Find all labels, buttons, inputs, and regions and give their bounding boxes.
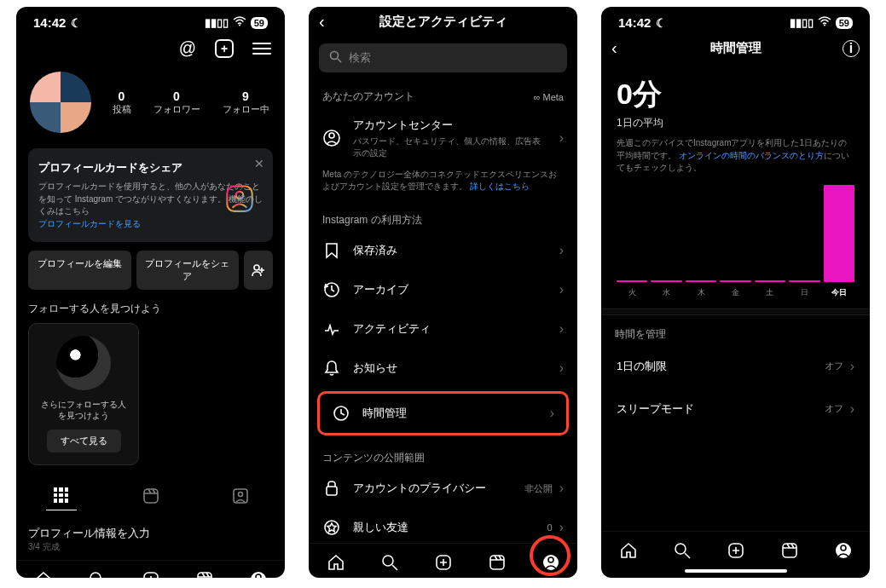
status-bar: 14:42 ▮▮▯▯ 59 (16, 7, 285, 33)
item-archive[interactable]: アーカイブ › (309, 270, 577, 309)
stat-followers[interactable]: 0 フォロワー (153, 89, 200, 116)
usage-chart (601, 185, 870, 287)
search-input[interactable]: 検索 (319, 43, 567, 72)
title-bar: ‹ 時間管理 i (601, 33, 870, 63)
item-privacy[interactable]: アカウントのプライバシー 非公開› (309, 469, 577, 508)
lock-icon (322, 479, 341, 498)
chart-labels: 火水木金土日今日 (601, 287, 870, 308)
edit-profile-button[interactable]: プロフィールを編集 (28, 251, 131, 290)
nav-profile[interactable] (541, 552, 561, 573)
stat-posts[interactable]: 0 投稿 (113, 89, 131, 116)
profile-top-icons: @ + (16, 33, 285, 65)
nav-home[interactable] (618, 540, 639, 561)
card-title: プロフィールカードをシェア (38, 160, 263, 176)
create-icon[interactable]: + (215, 39, 234, 58)
home-indicator (685, 569, 787, 573)
item-account-center[interactable]: アカウントセンター パスワード、セキュリティ、個人の情報、広告表示の設定 › (309, 107, 577, 169)
svg-rect-17 (327, 487, 337, 495)
discover-title: フォローする人を見つけよう (16, 290, 285, 323)
meta-logo: ∞ Meta (534, 92, 564, 102)
learn-more-link[interactable]: 詳しくはこちら (470, 182, 530, 191)
nav-home[interactable] (33, 569, 54, 578)
tab-reels[interactable] (136, 487, 166, 510)
page-title: 設定とアクティビティ (379, 14, 507, 30)
phone-time: 14:42 ▮▮▯▯ 59 ‹ 時間管理 i 0分 1日の平均 先週このデバイス… (601, 7, 870, 578)
item-sleep-mode[interactable]: スリープモード オフ› (601, 388, 870, 430)
nav-search[interactable] (87, 569, 107, 578)
threads-icon[interactable]: @ (179, 38, 196, 58)
chevron-icon: › (559, 130, 564, 146)
wifi-icon (233, 16, 246, 29)
account-icon (322, 129, 341, 147)
svg-rect-25 (490, 556, 504, 569)
svg-rect-31 (783, 544, 796, 557)
item-notifications[interactable]: お知らせ › (309, 349, 577, 388)
section-manage: 時間を管理 (601, 315, 870, 345)
title-bar: ‹ 設定とアクティビティ (309, 7, 577, 37)
svg-point-14 (329, 133, 334, 138)
battery-badge: 59 (251, 17, 268, 29)
share-profile-button[interactable]: プロフィールをシェア (136, 251, 240, 290)
item-saved[interactable]: 保存済み › (309, 231, 577, 270)
time-summary: 0分 1日の平均 (601, 63, 870, 134)
item-close-friends[interactable]: 親しい友達 0› (309, 508, 577, 543)
section-usage: Instagram の利用方法 (309, 201, 577, 231)
profile-tabs (16, 479, 285, 519)
balance-link[interactable]: オンラインの時間のバランスのとり方 (679, 151, 824, 160)
page-title: 時間管理 (710, 40, 761, 56)
signal-icon: ▮▮▯▯ (790, 16, 814, 29)
signal-icon: ▮▮▯▯ (205, 16, 229, 29)
nav-search[interactable] (379, 552, 400, 573)
clock-icon (332, 404, 350, 423)
nav-create[interactable] (141, 569, 161, 578)
add-friend-button[interactable] (244, 251, 273, 290)
nav-home[interactable] (326, 552, 346, 573)
bottom-nav (16, 560, 285, 578)
see-all-button[interactable]: すべて見る (47, 429, 121, 453)
close-icon[interactable]: ✕ (254, 157, 264, 170)
profile-complete[interactable]: プロフィール情報を入力 3/4 完成 (16, 519, 285, 560)
avatar[interactable] (30, 72, 91, 133)
svg-point-28 (824, 25, 825, 26)
item-time-management-highlight: 時間管理 › (317, 391, 569, 435)
bottom-nav (601, 531, 870, 566)
item-daily-limit[interactable]: 1日の制限 オフ› (601, 345, 870, 388)
discover-card[interactable]: さらにフォローする人を見つけよう すべて見る (28, 323, 139, 465)
svg-point-6 (238, 493, 242, 497)
nav-reels[interactable] (487, 552, 507, 573)
item-time-management[interactable]: 時間管理 › (320, 395, 566, 431)
card-link[interactable]: プロフィールカードを見る (38, 218, 263, 231)
section-your-account: あなたのアカウント ∞ Meta (309, 79, 577, 107)
nav-profile[interactable] (248, 569, 269, 578)
svg-point-29 (675, 544, 686, 554)
back-icon[interactable]: ‹ (611, 38, 617, 58)
separator (601, 308, 870, 315)
nav-create[interactable] (433, 552, 454, 573)
info-icon[interactable]: i (843, 40, 860, 57)
activity-icon (322, 320, 341, 338)
tab-grid[interactable] (46, 487, 77, 510)
profile-header: 0 投稿 0 フォロワー 9 フォロー中 (16, 65, 285, 140)
tab-tagged[interactable] (225, 487, 256, 510)
back-icon[interactable]: ‹ (319, 12, 325, 32)
nav-reels[interactable] (194, 569, 215, 578)
meta-note: Meta のテクノロジー全体のコネクテッドエクスペリエンスおよびアカウント設定を… (309, 169, 577, 201)
discover-avatar (56, 336, 111, 390)
nav-search[interactable] (672, 540, 692, 561)
dnd-icon (656, 15, 667, 30)
status-time: 14:42 (33, 15, 66, 30)
item-activity[interactable]: アクティビティ › (309, 309, 577, 349)
profile-buttons: プロフィールを編集 プロフィールをシェア (16, 251, 285, 290)
stat-following[interactable]: 9 フォロー中 (223, 89, 269, 116)
svg-point-2 (236, 192, 243, 199)
nav-reels[interactable] (779, 540, 800, 561)
menu-icon[interactable] (252, 43, 271, 55)
star-icon (322, 518, 341, 537)
nav-profile[interactable] (833, 540, 854, 561)
bottom-nav (309, 543, 577, 578)
nav-create[interactable] (726, 540, 746, 561)
svg-point-0 (239, 25, 240, 26)
status-bar: 14:42 ▮▮▯▯ 59 (601, 7, 870, 33)
bell-icon (322, 359, 341, 378)
battery-badge: 59 (836, 17, 853, 29)
